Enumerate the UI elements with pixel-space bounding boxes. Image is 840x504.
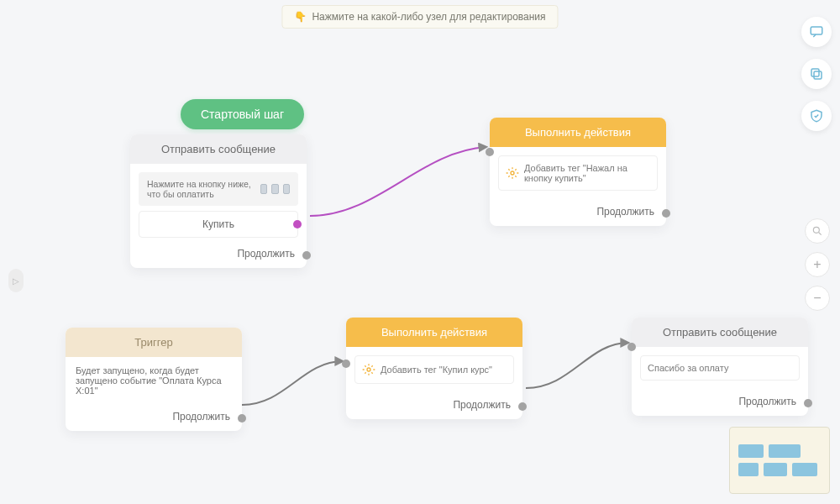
node-continue[interactable]: Продолжить (130, 241, 307, 268)
trigger-body: Будет запущено, когда будет запущено соб… (66, 357, 242, 404)
gear-icon (362, 363, 375, 376)
hint-text: Нажмите на какой-либо узел для редактиро… (312, 11, 545, 23)
output-port[interactable] (804, 399, 812, 407)
output-port[interactable] (662, 209, 670, 218)
minimap[interactable] (729, 427, 830, 494)
output-port[interactable] (302, 251, 311, 260)
input-port[interactable] (486, 148, 494, 156)
svg-point-5 (367, 368, 370, 371)
output-port[interactable] (518, 402, 527, 411)
search-icon (811, 225, 823, 237)
node-title: Триггер (66, 328, 242, 357)
node-title: Выполнить действия (490, 118, 666, 147)
start-step-label: Стартовый шаг (201, 108, 284, 121)
keycap-icon (260, 184, 267, 194)
chat-icon (809, 24, 824, 39)
action-text: Добавить тег "Нажал на кнопку купить" (524, 163, 650, 183)
input-port[interactable] (342, 360, 350, 368)
point-down-icon: 👇 (294, 11, 307, 23)
svg-rect-0 (811, 27, 822, 34)
message-text: Нажмите на кнопку ниже, что бы оплатить (147, 179, 256, 199)
action-item: Добавить тег "Нажал на кнопку купить" (498, 155, 658, 191)
node-continue[interactable]: Продолжить (632, 389, 808, 416)
reply-button-buy[interactable]: Купить (139, 211, 298, 238)
message-preview: Спасибо за оплату (640, 355, 800, 381)
copy-button[interactable] (801, 59, 832, 89)
output-port[interactable] (238, 414, 246, 423)
minimap-node (769, 444, 801, 458)
copy-icon (809, 66, 824, 81)
node-send-message-2[interactable]: Отправить сообщение Спасибо за оплату Пр… (632, 318, 808, 416)
node-continue[interactable]: Продолжить (346, 392, 522, 419)
chat-button[interactable] (801, 17, 832, 47)
continue-label: Продолжить (172, 411, 230, 423)
keycap-icon (271, 184, 278, 194)
minimap-node (764, 463, 787, 476)
shield-icon (809, 108, 824, 123)
action-text: Добавить тег "Купил курс" (381, 365, 492, 375)
search-button[interactable] (805, 218, 830, 244)
continue-label: Продолжить (596, 206, 654, 218)
node-title: Отправить сообщение (632, 318, 808, 347)
zoom-out-button[interactable]: − (805, 286, 830, 311)
minimap-node (792, 463, 817, 476)
action-item: Добавить тег "Купил курс" (354, 355, 514, 384)
svg-rect-1 (814, 71, 822, 79)
hint-bar: 👇 Нажмите на какой-либо узел для редакти… (281, 5, 558, 29)
node-continue[interactable]: Продолжить (490, 199, 666, 226)
continue-label: Продолжить (738, 396, 796, 407)
right-toolbar (801, 17, 832, 131)
continue-label: Продолжить (237, 248, 295, 260)
zoom-controls: + − (805, 218, 830, 311)
node-send-message-1[interactable]: Отправить сообщение Нажмите на кнопку ни… (130, 134, 307, 268)
reply-button-label: Купить (202, 218, 234, 230)
svg-point-3 (813, 227, 819, 233)
message-preview: Нажмите на кнопку ниже, что бы оплатить (139, 172, 298, 206)
start-step-pill[interactable]: Стартовый шаг (181, 99, 304, 129)
node-title: Выполнить действия (346, 318, 522, 347)
node-trigger[interactable]: Триггер Будет запущено, когда будет запу… (66, 328, 242, 431)
output-port[interactable] (293, 220, 302, 228)
node-continue[interactable]: Продолжить (66, 404, 242, 431)
node-action-1[interactable]: Выполнить действия Добавить тег "Нажал н… (490, 118, 666, 226)
svg-rect-2 (811, 69, 819, 76)
continue-label: Продолжить (453, 399, 511, 411)
zoom-in-button[interactable]: + (805, 252, 830, 277)
minimap-node (738, 444, 764, 458)
keycap-icon (283, 184, 290, 194)
node-title: Отправить сообщение (130, 134, 307, 164)
node-action-2[interactable]: Выполнить действия Добавить тег "Купил к… (346, 318, 522, 419)
input-port[interactable] (627, 343, 636, 351)
gear-icon (506, 166, 519, 180)
svg-point-4 (511, 171, 514, 175)
shield-button[interactable] (801, 101, 832, 131)
expand-sidebar-handle[interactable]: ▷ (8, 269, 24, 292)
minimap-node (738, 463, 759, 476)
